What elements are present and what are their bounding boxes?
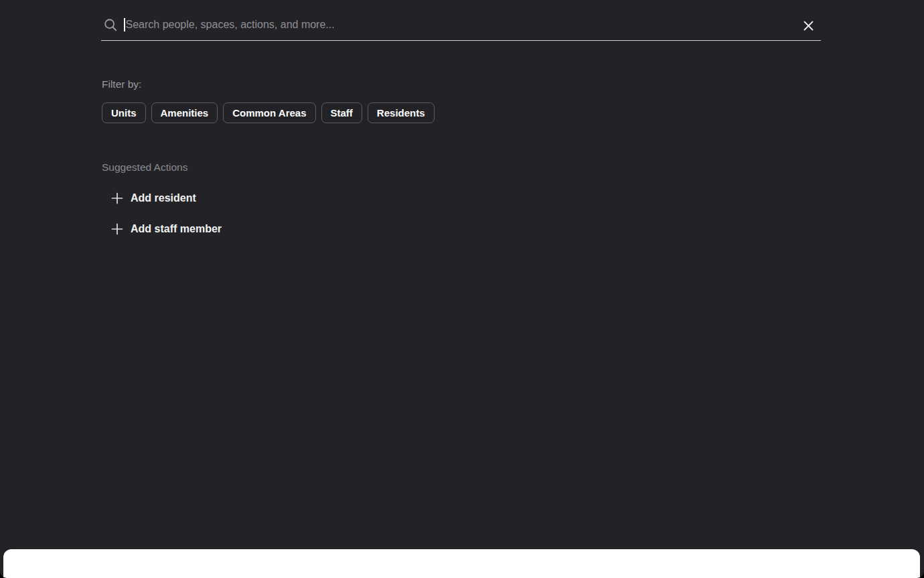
plus-icon: [111, 223, 123, 235]
bottom-sheet: [3, 549, 920, 578]
filter-chip-staff[interactable]: Staff: [321, 102, 362, 123]
search-icon: [103, 17, 118, 32]
action-add-resident[interactable]: Add resident: [111, 192, 196, 204]
suggested-actions-label: Suggested Actions: [102, 161, 187, 173]
close-icon: [803, 21, 814, 31]
search-input[interactable]: [125, 15, 822, 35]
action-label: Add resident: [131, 192, 196, 204]
filter-chip-residents[interactable]: Residents: [368, 102, 435, 123]
filter-chip-units[interactable]: Units: [102, 102, 146, 123]
plus-icon: [111, 192, 123, 204]
filter-chips: Units Amenities Common Areas Staff Resid…: [102, 102, 435, 123]
filter-chip-common-areas[interactable]: Common Areas: [223, 102, 315, 123]
action-add-staff-member[interactable]: Add staff member: [111, 223, 222, 235]
search-overlay: Filter by: Units Amenities Common Areas …: [0, 0, 924, 578]
search-bar: [101, 9, 821, 41]
filter-chip-amenities[interactable]: Amenities: [151, 102, 218, 123]
action-label: Add staff member: [131, 223, 222, 235]
filter-by-label: Filter by:: [102, 78, 141, 90]
close-button[interactable]: [801, 18, 816, 33]
